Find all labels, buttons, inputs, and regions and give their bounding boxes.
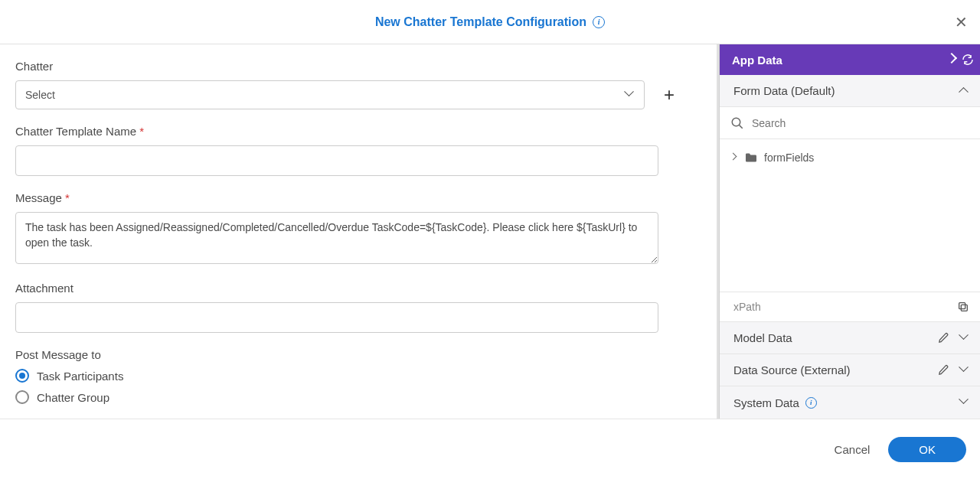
chatter-select-row: Select + — [15, 80, 701, 109]
message-label: Message* — [15, 191, 701, 204]
model-data-section[interactable]: Model Data — [720, 322, 980, 354]
edit-icon[interactable] — [938, 332, 949, 344]
chatter-select-value: Select — [25, 89, 55, 101]
info-icon[interactable]: i — [805, 397, 817, 409]
tree-label: formFields — [764, 152, 814, 164]
chevron-down-icon — [626, 90, 635, 99]
app-data-title: App Data — [732, 54, 782, 67]
radio-task-participants[interactable]: Task Participants — [15, 369, 701, 383]
chevron-down-icon — [960, 366, 969, 375]
accordion-actions — [938, 364, 969, 376]
copy-icon[interactable] — [957, 301, 969, 313]
ok-button[interactable]: OK — [888, 437, 966, 462]
system-data-label-wrap: System Data i — [733, 396, 817, 409]
template-name-label-text: Chatter Template Name — [15, 125, 136, 138]
chatter-select-wrap: Select — [15, 80, 645, 109]
form-panel: Chatter Select + Chatter Template Name* … — [0, 44, 717, 419]
dialog-header: New Chatter Template Configuration i ✕ — [0, 0, 980, 44]
xpath-label: xPath — [733, 301, 761, 313]
search-row — [720, 107, 980, 139]
app-data-header: App Data — [720, 44, 980, 75]
cancel-button[interactable]: Cancel — [835, 443, 871, 456]
folder-icon — [744, 152, 758, 163]
tree-item-formfields[interactable]: formFields — [730, 150, 969, 165]
template-name-input[interactable] — [15, 145, 658, 176]
required-icon: * — [65, 191, 70, 204]
attachment-label: Attachment — [15, 282, 701, 295]
dialog-footer: Cancel OK — [0, 419, 980, 479]
post-to-label: Post Message to — [15, 348, 701, 361]
radio-label: Task Participants — [37, 370, 123, 383]
chatter-select[interactable]: Select — [15, 80, 645, 109]
radio-icon — [15, 390, 29, 404]
data-source-label: Data Source (External) — [733, 363, 851, 376]
form-data-section[interactable]: Form Data (Default) — [720, 75, 980, 107]
radio-inner-icon — [19, 373, 25, 379]
required-icon: * — [139, 125, 144, 138]
system-data-label: System Data — [733, 396, 799, 409]
svg-rect-2 — [959, 303, 965, 309]
dialog-title-wrap: New Chatter Template Configuration i — [375, 15, 605, 29]
radio-chatter-group[interactable]: Chatter Group — [15, 390, 701, 404]
close-button[interactable]: ✕ — [955, 15, 968, 30]
search-icon — [730, 116, 744, 130]
dialog-title: New Chatter Template Configuration — [375, 15, 586, 29]
add-chatter-button[interactable]: + — [658, 84, 680, 106]
app-data-header-icons — [948, 54, 974, 66]
chatter-label: Chatter — [15, 60, 701, 73]
template-name-group: Chatter Template Name* — [15, 125, 701, 176]
data-source-section[interactable]: Data Source (External) — [720, 354, 980, 386]
template-name-label: Chatter Template Name* — [15, 125, 701, 138]
message-textarea[interactable] — [15, 212, 658, 264]
search-input[interactable] — [752, 117, 969, 129]
form-data-label: Form Data (Default) — [733, 84, 835, 97]
post-to-group: Post Message to Task Participants Chatte… — [15, 348, 701, 404]
chevron-up-icon — [960, 86, 969, 96]
chevron-down-icon — [960, 334, 969, 343]
attachment-group: Attachment — [15, 282, 701, 333]
refresh-icon[interactable] — [962, 54, 974, 66]
model-data-label: Model Data — [733, 331, 792, 344]
post-to-radio-group: Task Participants Chatter Group — [15, 369, 701, 404]
xpath-row: xPath — [720, 292, 980, 322]
message-label-text: Message — [15, 191, 62, 204]
chatter-group: Chatter Select + — [15, 60, 701, 109]
chevron-down-icon — [960, 398, 969, 407]
radio-label: Chatter Group — [37, 391, 109, 404]
svg-point-0 — [732, 118, 740, 126]
attachment-input[interactable] — [15, 302, 658, 333]
app-data-panel: App Data Form Data (Default) — [720, 44, 980, 419]
tree-area: formFields — [720, 139, 980, 292]
svg-rect-1 — [961, 305, 967, 311]
radio-icon — [15, 369, 29, 383]
main-area: Chatter Select + Chatter Template Name* … — [0, 44, 980, 419]
info-icon[interactable]: i — [593, 16, 605, 28]
accordion-actions — [938, 332, 969, 344]
chevron-right-icon[interactable] — [948, 54, 959, 65]
system-data-section[interactable]: System Data i — [720, 386, 980, 419]
edit-icon[interactable] — [938, 364, 949, 376]
chevron-right-icon — [730, 154, 738, 161]
message-group: Message* — [15, 191, 701, 266]
